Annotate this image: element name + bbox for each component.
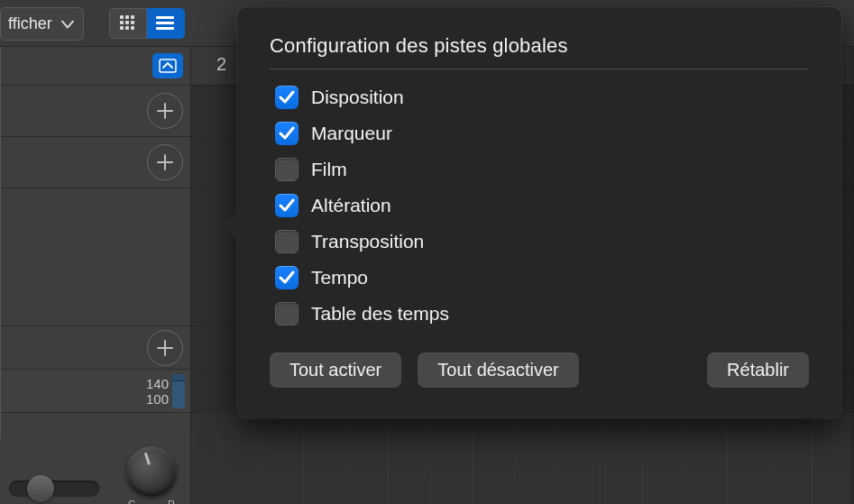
track-row (0, 137, 190, 188)
checkbox[interactable] (275, 230, 298, 253)
bar-ticks (191, 432, 854, 504)
option-table-des-temps[interactable]: Table des temps (275, 302, 809, 325)
tempo-values: 140 100 (146, 376, 169, 407)
checkbox[interactable] (275, 266, 298, 289)
collapse-global-tracks-button[interactable] (152, 53, 183, 78)
plus-icon (157, 154, 173, 170)
option-disposition[interactable]: Disposition (275, 86, 809, 109)
horizontal-zoom-slider[interactable] (9, 481, 99, 497)
checkbox[interactable] (275, 194, 298, 217)
option-marqueur[interactable]: Marqueur (275, 122, 809, 145)
option-label: Film (311, 159, 347, 180)
checkbox-list: Disposition Marqueur Film Altération Tra… (275, 86, 809, 325)
svg-rect-0 (160, 60, 176, 72)
list-icon (156, 16, 174, 31)
global-tracks-popover: Configuration des pistes globales Dispos… (237, 7, 841, 418)
add-track-button[interactable] (147, 93, 183, 129)
track-row (0, 326, 190, 370)
checkbox[interactable] (275, 86, 298, 109)
restore-button[interactable]: Rétablir (707, 353, 809, 388)
pan-knob[interactable] (126, 446, 177, 497)
tempo-row: 140 100 (0, 370, 190, 413)
plus-icon (157, 340, 173, 356)
popover-buttons: Tout activer Tout désactiver Rétablir (270, 353, 809, 388)
option-label: Altération (311, 195, 391, 216)
list-view-button[interactable] (147, 8, 185, 39)
pan-left-label: G (128, 499, 136, 504)
check-icon (279, 90, 295, 105)
tempo-lo: 100 (146, 391, 169, 407)
add-track-button[interactable] (147, 330, 183, 366)
popover-title: Configuration des pistes globales (270, 34, 809, 58)
divider (270, 69, 809, 69)
option-film[interactable]: Film (275, 158, 809, 181)
disable-all-button[interactable]: Tout désactiver (418, 353, 579, 388)
grid-icon (120, 15, 136, 32)
option-label: Tempo (311, 267, 368, 289)
option-label: Transposition (311, 231, 424, 252)
tempo-hi: 140 (146, 376, 169, 391)
option-tempo[interactable]: Tempo (275, 266, 809, 289)
check-icon (279, 270, 295, 285)
option-label: Marqueur (311, 123, 392, 144)
plus-icon (157, 103, 173, 119)
view-toggle (109, 8, 185, 39)
add-track-button[interactable] (147, 144, 183, 180)
grid-view-button[interactable] (109, 8, 147, 39)
checkbox[interactable] (275, 158, 298, 181)
option-alteration[interactable]: Altération (275, 194, 809, 217)
display-menu[interactable]: fficher (0, 7, 84, 41)
check-icon (279, 198, 295, 213)
option-label: Table des temps (311, 303, 449, 325)
track-row (0, 86, 190, 137)
ruler-tick-label: 2 (216, 54, 226, 75)
slider-thumb[interactable] (27, 475, 54, 502)
popover-arrow (225, 209, 241, 242)
track-row (0, 188, 190, 326)
display-menu-label: fficher (8, 14, 52, 33)
option-transposition[interactable]: Transposition (275, 230, 809, 253)
enable-all-button[interactable]: Tout activer (270, 353, 401, 388)
bottom-controls: G R (0, 439, 190, 504)
pan-right-label: R (168, 499, 175, 504)
option-label: Disposition (311, 87, 404, 108)
chevron-up-box-icon (159, 59, 177, 73)
checkbox[interactable] (275, 122, 298, 145)
check-icon (279, 126, 295, 141)
tempo-lane-stub (172, 374, 185, 408)
checkbox[interactable] (275, 302, 298, 325)
chevron-down-icon (61, 14, 74, 33)
track-header-row (0, 47, 190, 86)
tracks-panel: 140 100 G R (0, 47, 191, 504)
